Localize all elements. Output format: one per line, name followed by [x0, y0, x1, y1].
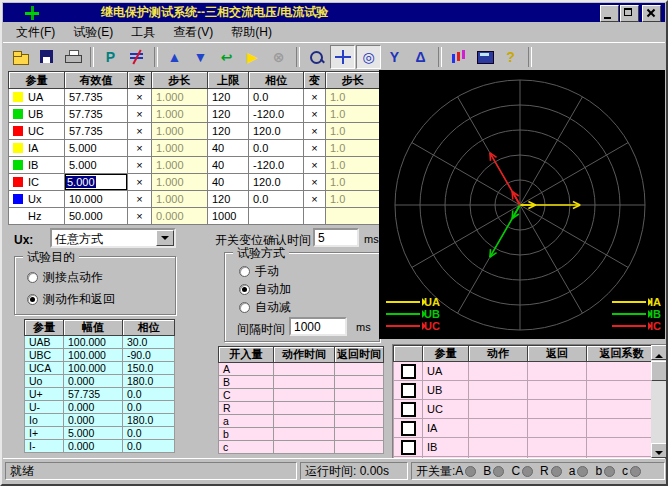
phase-cell[interactable]: 120.0 [249, 123, 304, 140]
step1-cell[interactable]: 1.000 [152, 191, 208, 208]
save-icon[interactable] [34, 45, 59, 69]
menu-view[interactable]: 查看(V) [164, 22, 222, 43]
polar-view-icon[interactable]: ◎ [356, 45, 381, 69]
var1-cell[interactable]: × [128, 174, 152, 191]
step-up-icon[interactable]: ▲ [162, 45, 187, 69]
crosshair-icon[interactable] [330, 45, 355, 69]
step2-cell[interactable]: 1.0 [326, 191, 381, 208]
interval-input[interactable]: 1000 [289, 317, 347, 336]
value-cell[interactable]: 5.000 [65, 157, 128, 174]
step1-cell[interactable]: 1.000 [152, 157, 208, 174]
checkbox[interactable] [401, 402, 416, 417]
close-button[interactable] [642, 5, 661, 22]
menu-help[interactable]: 帮助(H) [222, 22, 281, 43]
radio-icon[interactable] [27, 272, 38, 283]
step1-cell[interactable]: 1.000 [152, 123, 208, 140]
phasor-icon[interactable] [124, 45, 149, 69]
phase-cell[interactable] [249, 208, 304, 225]
calculator-icon[interactable] [472, 45, 497, 69]
value-cell[interactable]: 57.735 [65, 106, 128, 123]
ux-mode-select[interactable]: 任意方式 [50, 228, 176, 248]
radio-icon[interactable] [239, 284, 250, 295]
value-cell[interactable]: 10.000 [65, 191, 128, 208]
var2-cell[interactable]: × [304, 174, 326, 191]
step2-cell[interactable]: 1.0 [326, 157, 381, 174]
value-cell[interactable]: 5.000 [65, 140, 128, 157]
step2-cell[interactable] [326, 208, 381, 225]
step1-cell[interactable]: 1.000 [152, 106, 208, 123]
radio-icon[interactable] [239, 302, 250, 313]
step1-cell[interactable]: 1.000 [152, 89, 208, 106]
step1-cell[interactable]: 1.000 [152, 140, 208, 157]
menu-test[interactable]: 试验(E) [64, 22, 122, 43]
var1-cell[interactable]: × [128, 106, 152, 123]
step-down-icon[interactable]: ▼ [188, 45, 213, 69]
delta-connection-icon[interactable]: Δ [408, 45, 433, 69]
run-icon[interactable]: ▶ [240, 45, 265, 69]
var1-cell[interactable]: × [128, 208, 152, 225]
var2-cell[interactable]: × [304, 157, 326, 174]
var2-cell[interactable]: × [304, 191, 326, 208]
phase-cell[interactable]: 0.0 [249, 140, 304, 157]
value-cell[interactable]: 57.735 [65, 89, 128, 106]
radio-icon[interactable] [239, 266, 250, 277]
step2-cell[interactable]: 1.0 [326, 174, 381, 191]
step1-cell[interactable]: 0.000 [152, 208, 208, 225]
scroll-down-icon[interactable] [651, 443, 667, 458]
var1-cell[interactable]: × [128, 140, 152, 157]
limit-cell[interactable]: 120 [208, 89, 249, 106]
step2-cell[interactable]: 1.0 [326, 123, 381, 140]
scroll-up-icon[interactable] [651, 345, 667, 360]
y-connection-icon[interactable]: Y [382, 45, 407, 69]
open-icon[interactable] [8, 45, 33, 69]
mode-option-1[interactable]: 自动加 [239, 281, 291, 298]
phase-cell[interactable]: -120.0 [249, 106, 304, 123]
purpose-option-0[interactable]: 测接点动作 [27, 269, 103, 286]
limit-cell[interactable]: 1000 [208, 208, 249, 225]
checkbox[interactable] [401, 440, 416, 455]
undo-icon[interactable]: ↩ [214, 45, 239, 69]
phase-cell[interactable]: 120.0 [249, 174, 304, 191]
menu-tools[interactable]: 工具 [122, 22, 164, 43]
scrollbar-thumb[interactable] [651, 361, 667, 381]
value-editbox[interactable]: 5.000 [65, 174, 127, 190]
zoom-in-icon[interactable] [304, 45, 329, 69]
var2-cell[interactable]: × [304, 89, 326, 106]
var2-cell[interactable]: × [304, 140, 326, 157]
bar-chart-icon[interactable] [446, 45, 471, 69]
phase-cell[interactable]: 0.0 [249, 191, 304, 208]
value-cell[interactable]: 5.000 [65, 174, 128, 191]
var1-cell[interactable]: × [128, 123, 152, 140]
value-cell[interactable]: 57.735 [65, 123, 128, 140]
p-marker-icon[interactable]: P [98, 45, 123, 69]
var2-cell[interactable]: × [304, 123, 326, 140]
step1-cell[interactable]: 1.000 [152, 174, 208, 191]
chevron-down-icon[interactable] [156, 230, 174, 246]
maximize-button[interactable] [620, 5, 639, 22]
checkbox[interactable] [401, 421, 416, 436]
scrollbar[interactable] [651, 345, 667, 458]
var1-cell[interactable]: × [128, 157, 152, 174]
checkbox[interactable] [401, 364, 416, 379]
var1-cell[interactable]: × [128, 89, 152, 106]
stop-icon[interactable]: ⊗ [266, 45, 291, 69]
purpose-option-1[interactable]: 测动作和返回 [27, 291, 115, 308]
step2-cell[interactable]: 1.0 [326, 106, 381, 123]
limit-cell[interactable]: 120 [208, 123, 249, 140]
mode-option-2[interactable]: 自动减 [239, 299, 291, 316]
limit-cell[interactable]: 40 [208, 140, 249, 157]
var2-cell[interactable] [304, 208, 326, 225]
help-icon[interactable]: ? [498, 45, 523, 69]
limit-cell[interactable]: 40 [208, 157, 249, 174]
limit-cell[interactable]: 120 [208, 106, 249, 123]
radio-icon[interactable] [27, 294, 38, 305]
mode-option-0[interactable]: 手动 [239, 263, 279, 280]
value-cell[interactable]: 50.000 [65, 208, 128, 225]
switch-confirm-input[interactable]: 5 [313, 228, 359, 247]
step2-cell[interactable]: 1.0 [326, 140, 381, 157]
var1-cell[interactable]: × [128, 191, 152, 208]
phase-cell[interactable]: 0.0 [249, 89, 304, 106]
menu-file[interactable]: 文件(F) [7, 22, 64, 43]
minimize-button[interactable] [600, 5, 619, 22]
phase-cell[interactable]: -120.0 [249, 157, 304, 174]
